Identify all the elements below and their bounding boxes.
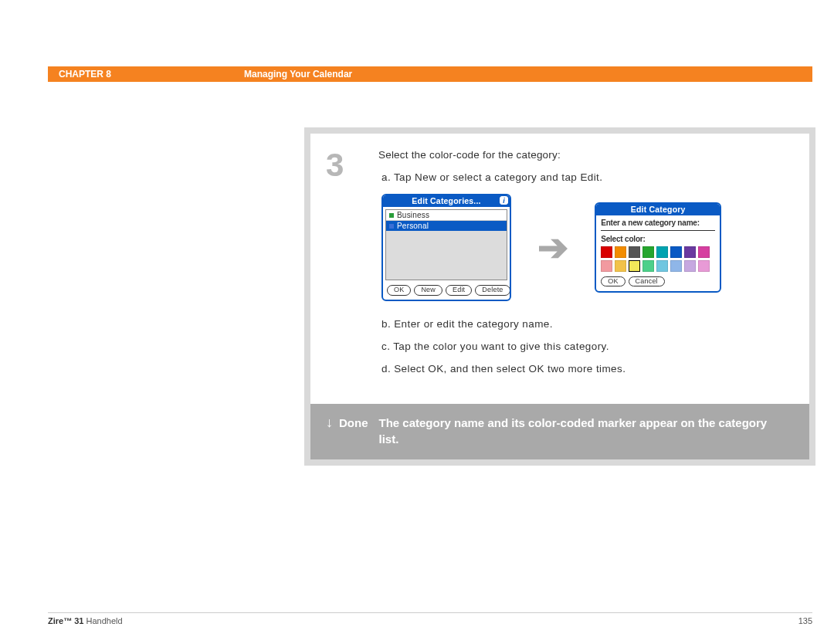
instruction-body: 3 Select the color-code for the category…	[310, 134, 809, 404]
color-swatch[interactable]	[698, 260, 710, 272]
color-swatch[interactable]	[656, 246, 668, 258]
list-item-label: Business	[397, 211, 429, 219]
ok-button[interactable]: OK	[387, 285, 411, 296]
ok-button[interactable]: OK	[601, 276, 625, 287]
color-swatch[interactable]	[601, 246, 612, 258]
color-swatch[interactable]	[615, 246, 626, 258]
cancel-button[interactable]: Cancel	[629, 276, 665, 287]
list-item-label: Personal	[397, 222, 429, 230]
page-footer: Zire™ 31 Handheld 135	[48, 612, 812, 625]
list-item[interactable]: Business	[386, 210, 507, 221]
info-icon[interactable]: i	[500, 196, 508, 205]
substep-a: a. Tap New or select a category and tap …	[381, 171, 789, 183]
color-swatch[interactable]	[670, 260, 682, 272]
step-body: Select the color-code for the category: …	[378, 149, 789, 385]
color-swatch[interactable]	[698, 246, 710, 258]
product-name-bold: Zire™ 31	[48, 616, 83, 625]
arrow-right-icon: ➔	[537, 225, 568, 269]
dialog-title-text: Edit Categories...	[412, 196, 480, 205]
screenshots-row: Edit Categories... i Business Personal	[381, 194, 789, 301]
substep-b: b. Enter or edit the category name.	[381, 318, 789, 330]
edit-categories-dialog: Edit Categories... i Business Personal	[381, 194, 511, 301]
edit-category-dialog: Edit Category Enter a new category name:…	[595, 202, 721, 293]
color-swatch[interactable]	[615, 260, 626, 272]
done-text: The category name and its color-coded ma…	[379, 415, 790, 447]
substep-c: c. Tap the color you want to give this c…	[381, 341, 789, 352]
color-grid	[601, 246, 715, 272]
done-banner: ↓ Done The category name and its color-c…	[310, 404, 809, 459]
step-number: 3	[326, 149, 357, 385]
substep-d: d. Select OK, and then select OK two mor…	[381, 363, 789, 375]
edit-button[interactable]: Edit	[446, 285, 472, 296]
name-input-underline[interactable]	[601, 230, 715, 231]
category-color-marker	[389, 213, 394, 218]
step-intro: Select the color-code for the category:	[378, 149, 789, 161]
color-swatch[interactable]	[629, 260, 640, 272]
select-color-label: Select color:	[601, 235, 715, 243]
color-swatch[interactable]	[684, 260, 696, 272]
category-list[interactable]: Business Personal	[385, 209, 507, 280]
list-item[interactable]: Personal	[386, 221, 507, 231]
product-name-rest: Handheld	[83, 616, 122, 625]
new-button[interactable]: New	[414, 285, 442, 296]
color-swatch[interactable]	[642, 260, 654, 272]
done-label: Done	[339, 415, 368, 431]
chapter-label: CHAPTER 8	[59, 69, 111, 80]
chapter-title: Managing Your Calendar	[244, 69, 352, 80]
down-arrow-icon: ↓	[326, 415, 333, 429]
enter-name-label: Enter a new category name:	[601, 219, 715, 227]
category-color-marker	[389, 224, 394, 229]
dialog-title-text: Edit Category	[631, 205, 686, 214]
dialog-title: Edit Categories... i	[383, 195, 510, 207]
page-number: 135	[798, 616, 812, 625]
color-swatch[interactable]	[642, 246, 654, 258]
color-swatch[interactable]	[601, 260, 612, 272]
color-swatch[interactable]	[629, 246, 640, 258]
dialog-title: Edit Category	[596, 204, 720, 215]
instruction-card: 3 Select the color-code for the category…	[304, 127, 815, 466]
dialog-button-row: OK New Edit Delete	[383, 283, 510, 300]
color-swatch[interactable]	[670, 246, 682, 258]
color-swatch[interactable]	[656, 260, 668, 272]
done-badge: ↓ Done	[326, 415, 368, 431]
page-header: CHAPTER 8 Managing Your Calendar	[48, 66, 812, 82]
color-swatch[interactable]	[684, 246, 696, 258]
delete-button[interactable]: Delete	[475, 285, 510, 296]
product-name: Zire™ 31 Handheld	[48, 616, 123, 625]
